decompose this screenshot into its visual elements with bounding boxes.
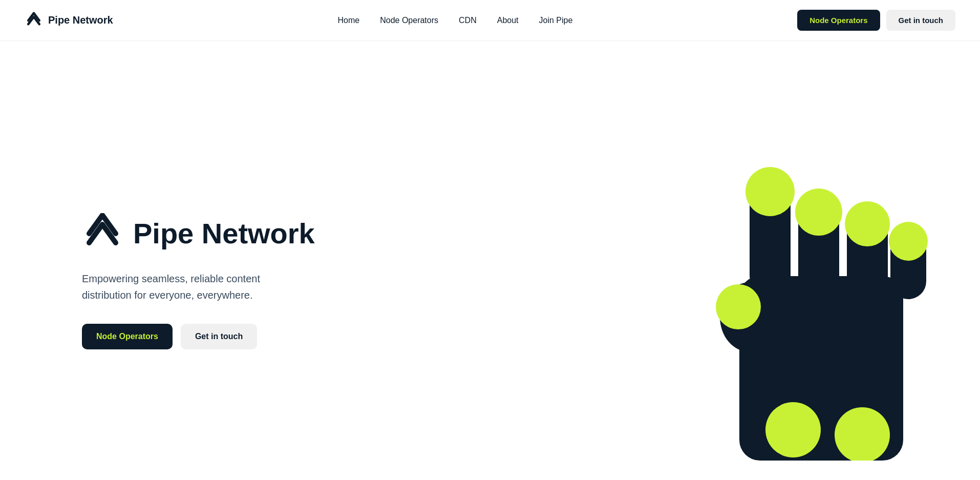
hero-node-operators-button[interactable]: Node Operators	[82, 324, 173, 349]
svg-point-12	[835, 407, 890, 461]
hero-brand: Pipe Network	[82, 213, 315, 254]
svg-point-6	[795, 189, 842, 236]
svg-point-10	[716, 284, 761, 329]
hero-logo-icon	[82, 213, 123, 254]
hero-get-in-touch-button[interactable]: Get in touch	[181, 324, 257, 349]
nav-links: Home Node Operators CDN About Join Pipe	[338, 16, 573, 25]
nav-home[interactable]: Home	[338, 16, 360, 25]
hero-content: Pipe Network Empowering seamless, reliab…	[82, 213, 315, 349]
hero-illustration	[704, 102, 939, 461]
nav-cta: Node Operators Get in touch	[797, 10, 955, 31]
logo-icon	[25, 11, 43, 30]
nav-cdn[interactable]: CDN	[459, 16, 477, 25]
hand-illustration	[704, 102, 939, 461]
hero-buttons: Node Operators Get in touch	[82, 324, 315, 349]
logo-text: Pipe Network	[48, 14, 113, 26]
hero-tagline: Empowering seamless, reliable content di…	[82, 270, 287, 303]
nav-node-operators[interactable]: Node Operators	[380, 16, 438, 25]
svg-point-7	[845, 201, 890, 246]
nav-get-in-touch-button[interactable]: Get in touch	[886, 10, 956, 31]
svg-point-5	[745, 167, 795, 216]
navbar: Pipe Network Home Node Operators CDN Abo…	[0, 0, 980, 41]
nav-about[interactable]: About	[497, 16, 519, 25]
nav-node-operators-button[interactable]: Node Operators	[797, 10, 880, 31]
nav-join-pipe[interactable]: Join Pipe	[539, 16, 573, 25]
svg-point-8	[889, 222, 928, 261]
hero-brand-name: Pipe Network	[133, 218, 315, 249]
svg-point-11	[765, 402, 821, 457]
hero-section: Pipe Network Empowering seamless, reliab…	[0, 41, 980, 480]
logo[interactable]: Pipe Network	[25, 11, 113, 30]
